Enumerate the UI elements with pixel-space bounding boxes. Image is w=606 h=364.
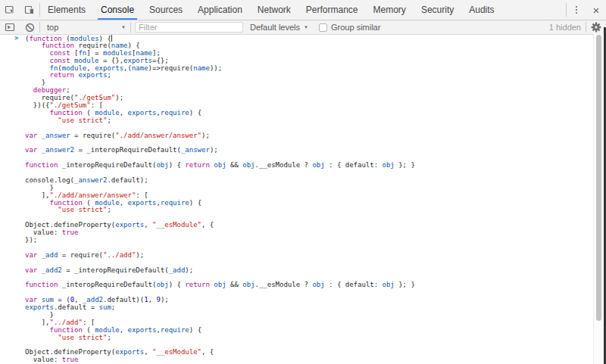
gear-icon [591,22,601,33]
code-line: var _add = require("../add"); [25,252,594,260]
devtools-tabbar: ElementsConsoleSourcesApplicationNetwork… [0,0,606,20]
clear-console-icon [25,23,35,33]
code-line: "use strict"; [25,117,594,125]
device-toolbar-button[interactable] [20,0,39,20]
group-similar-label[interactable]: Group similar [331,23,380,32]
code-line: require("./getSum"); [25,95,594,102]
device-toolbar-icon [24,5,35,15]
more-options-button[interactable] [567,0,586,20]
hidden-messages-count: 1 hidden [549,23,581,32]
inspect-element-button[interactable] [0,0,20,20]
filter-input[interactable] [135,22,243,33]
code-line: var _answer = require("./add/answer/answ… [25,132,594,140]
code-line: var _answer2 = _interopRequireDefault(_a… [25,147,594,154]
code-line: Object.defineProperty(exports, "__esModu… [25,349,594,356]
console-sidebar-toggle-button[interactable] [0,20,20,34]
code-line: var _add2 = _interopRequireDefault(_add)… [25,267,594,275]
console-sidebar-icon [5,23,15,32]
vertical-scrollbar[interactable] [593,34,604,364]
code-line: } [25,79,594,87]
code-line: } [25,312,594,319]
console-messages-area[interactable]: > (function (modules) { function require… [0,34,594,364]
code-line: function _interopRequireDefault(obj) { r… [25,162,594,170]
code-line: "use strict"; [25,334,594,342]
console-prompt-icon: > [14,35,18,42]
group-similar-checkbox[interactable] [319,23,327,32]
tab-audits[interactable]: Audits [461,0,501,20]
kebab-menu-icon [576,5,578,14]
chevron-down-icon: ▼ [121,25,126,30]
tabbar-right: × [566,0,606,20]
tab-performance[interactable]: Performance [298,0,366,20]
code-line: function _interopRequireDefault(obj) { r… [25,282,594,289]
clear-console-button[interactable] [20,20,39,34]
inspect-cursor-icon [5,5,15,15]
execution-context-label: top [47,23,58,32]
log-levels-label: Default levels [250,23,300,32]
devtools-window: ElementsConsoleSourcesApplicationNetwork… [0,0,606,364]
tab-network[interactable]: Network [250,0,298,20]
log-levels-dropdown[interactable]: Default levels ▼ [247,23,311,32]
code-line: return exports; [25,72,594,79]
console-input-entry[interactable]: > (function (modules) { function require… [0,34,594,364]
code-line: exports.default = sum; [25,304,594,312]
panel-tabs: ElementsConsoleSourcesApplicationNetwork… [40,0,502,20]
code-line: value: true [25,356,594,364]
close-devtools-button[interactable]: × [586,0,606,20]
toolbar-divider-2 [130,22,131,33]
code-line: Object.defineProperty(exports, "__esModu… [25,222,594,229]
code-line: "use strict"; [25,207,594,214]
execution-context-selector[interactable]: top ▼ [40,20,130,34]
tab-console[interactable]: Console [93,0,142,20]
text-caret [111,35,112,42]
tab-memory[interactable]: Memory [366,0,414,20]
tab-security[interactable]: Security [414,0,461,20]
tab-application[interactable]: Application [190,0,250,20]
code-line: console.log(_answer2.default); [25,177,594,185]
console-toolbar: top ▼ Default levels ▼ Group similar 1 h… [0,20,606,35]
chevron-down-icon: ▼ [304,25,308,30]
tab-elements[interactable]: Elements [40,0,93,20]
close-icon: × [593,5,600,16]
code-line: }); [25,237,594,244]
console-code-block: (function (modules) { function require(n… [25,35,594,364]
tab-sources[interactable]: Sources [142,0,190,20]
scrollbar-thumb[interactable] [596,35,601,321]
code-line: value: true [25,229,594,237]
